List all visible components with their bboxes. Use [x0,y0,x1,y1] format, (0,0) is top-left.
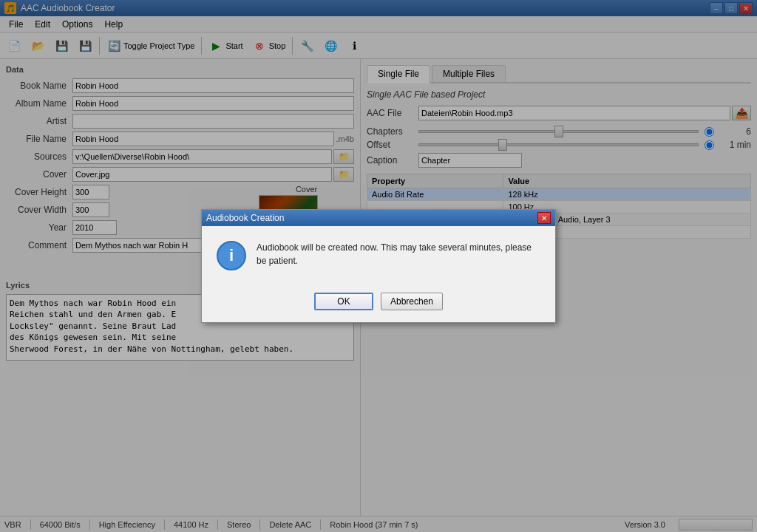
dialog-title: Audiobook Creation [206,213,537,223]
dialog-content: i Audiobook will be created now. This ma… [202,226,555,285]
dialog-ok-button[interactable]: OK [314,293,373,310]
dialog-buttons: OK Abbrechen [202,285,555,322]
dialog-info-icon: i [217,241,246,270]
dialog-cancel-button[interactable]: Abbrechen [381,293,443,310]
dialog-close-button[interactable]: ✕ [537,212,551,224]
dialog-overlay: Audiobook Creation ✕ i Audiobook will be… [0,0,757,532]
dialog-title-bar: Audiobook Creation ✕ [202,210,555,226]
dialog-message: Audiobook will be created now. This may … [257,241,540,267]
dialog: Audiobook Creation ✕ i Audiobook will be… [201,209,556,323]
